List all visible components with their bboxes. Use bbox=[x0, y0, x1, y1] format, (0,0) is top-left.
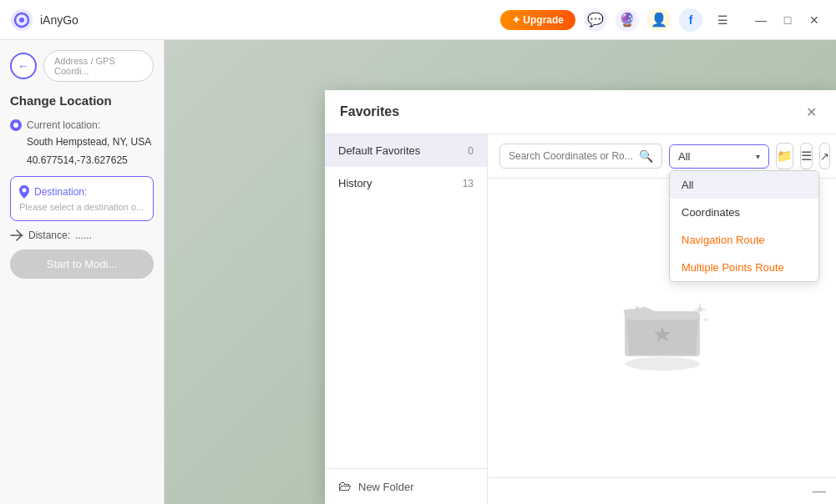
folder-icon: 📁 bbox=[777, 149, 793, 164]
title-bar: iAnyGo ✦ Upgrade 💬 🔮 👤 f ☰ — □ ✕ bbox=[0, 0, 836, 40]
current-location-label: Current location: bbox=[10, 119, 154, 131]
sidebar-item-default-favorites[interactable]: Default Favorites 0 bbox=[325, 134, 487, 167]
folder-view-button[interactable]: 📁 bbox=[776, 143, 793, 169]
location-dot bbox=[10, 119, 22, 131]
filter-current-value: All bbox=[678, 150, 690, 163]
start-modify-button[interactable]: Start to Modi... bbox=[10, 249, 154, 279]
default-favorites-label: Default Favorites bbox=[338, 144, 420, 157]
person-icon[interactable]: 👤 bbox=[647, 8, 671, 32]
empty-folder-icon bbox=[612, 285, 712, 372]
filter-option-multiple-points-route[interactable]: Multiple Points Route bbox=[670, 254, 818, 281]
menu-button[interactable]: ☰ bbox=[711, 8, 734, 32]
filter-option-coordinates[interactable]: Coordinates bbox=[670, 199, 818, 226]
modal-sidebar: Default Favorites 0 History 13 🗁 New Fol… bbox=[325, 134, 488, 504]
purple-icon[interactable]: 🔮 bbox=[616, 8, 639, 32]
list-view-button[interactable]: ☰ bbox=[800, 143, 813, 169]
modal-close-button[interactable]: ✕ bbox=[801, 102, 821, 122]
app-title: iAnyGo bbox=[40, 13, 79, 27]
filter-dropdown-wrapper: All ▾ All Coordinates Navigation Route M… bbox=[669, 144, 769, 169]
modal-body: Default Favorites 0 History 13 🗁 New Fol… bbox=[325, 134, 836, 504]
change-location-title: Change Location bbox=[10, 90, 154, 111]
facebook-icon[interactable]: f bbox=[679, 8, 702, 32]
sidebar: ← Address / GPS Coordi... Change Locatio… bbox=[0, 40, 165, 504]
address-search-bar[interactable]: Address / GPS Coordi... bbox=[43, 50, 154, 82]
close-button[interactable]: ✕ bbox=[803, 8, 826, 32]
filter-dropdown[interactable]: All ▾ bbox=[669, 144, 769, 169]
destination-box[interactable]: Destination: Please select a destination… bbox=[10, 176, 154, 221]
svg-point-5 bbox=[697, 307, 702, 312]
sidebar-item-history[interactable]: History 13 bbox=[325, 167, 487, 199]
new-folder-icon: 🗁 bbox=[338, 479, 352, 494]
minimize-button[interactable]: — bbox=[749, 8, 773, 32]
back-button[interactable]: ← bbox=[10, 53, 37, 79]
current-location-coords: 40.677514,-73.627625 bbox=[10, 153, 154, 168]
distance-icon bbox=[10, 229, 23, 241]
import-button[interactable]: ↗ bbox=[819, 143, 830, 169]
chevron-down-icon: ▾ bbox=[756, 152, 760, 161]
search-input[interactable] bbox=[509, 150, 634, 162]
new-folder-label: New Folder bbox=[358, 481, 413, 493]
filter-option-all[interactable]: All bbox=[670, 171, 818, 199]
svg-point-3 bbox=[625, 357, 700, 370]
search-icon: 🔍 bbox=[639, 149, 653, 163]
svg-point-6 bbox=[704, 318, 707, 321]
filter-dropdown-menu: All Coordinates Navigation Route Multipl… bbox=[669, 170, 819, 282]
footer-minimize-icon[interactable]: — bbox=[813, 484, 826, 499]
destination-placeholder: Please select a destination o... bbox=[19, 202, 144, 212]
import-icon: ↗ bbox=[820, 150, 829, 163]
destination-pin-icon bbox=[19, 185, 29, 199]
current-location-name: South Hempstead, NY, USA bbox=[10, 134, 154, 149]
search-placeholder-text: Address / GPS Coordi... bbox=[54, 56, 143, 76]
svg-point-2 bbox=[19, 18, 24, 23]
app-logo: iAnyGo bbox=[10, 8, 79, 32]
favorites-modal: Favorites ✕ Default Favorites 0 History … bbox=[325, 90, 836, 504]
history-count: 13 bbox=[463, 178, 474, 189]
svg-point-7 bbox=[635, 305, 639, 310]
discord-icon[interactable]: 💬 bbox=[584, 8, 607, 32]
new-folder-button[interactable]: 🗁 New Folder bbox=[325, 468, 487, 504]
window-controls: — □ ✕ bbox=[749, 8, 826, 32]
distance-row: Distance: ...... bbox=[10, 229, 154, 241]
history-label: History bbox=[338, 177, 372, 189]
modal-title: Favorites bbox=[340, 104, 399, 119]
filter-option-navigation-route[interactable]: Navigation Route bbox=[670, 226, 818, 254]
modal-content: 🔍 All ▾ All Coordinates bbox=[488, 134, 836, 504]
upgrade-button[interactable]: ✦ Upgrade bbox=[500, 10, 575, 30]
title-bar-actions: ✦ Upgrade 💬 🔮 👤 f ☰ — □ ✕ bbox=[500, 8, 826, 32]
destination-label: Destination: bbox=[19, 185, 144, 199]
search-field[interactable]: 🔍 bbox=[499, 144, 662, 169]
default-favorites-count: 0 bbox=[468, 145, 474, 157]
maximize-button[interactable]: □ bbox=[776, 8, 799, 32]
current-location-section: Current location: South Hempstead, NY, U… bbox=[10, 119, 154, 168]
map-area: Favorites ✕ Default Favorites 0 History … bbox=[165, 40, 836, 504]
app-logo-icon bbox=[10, 8, 33, 32]
modal-header: Favorites ✕ bbox=[325, 90, 836, 134]
modal-footer: — bbox=[488, 477, 836, 504]
main-area: ← Address / GPS Coordi... Change Locatio… bbox=[0, 40, 836, 504]
modal-toolbar: 🔍 All ▾ All Coordinates bbox=[488, 134, 836, 179]
list-icon: ☰ bbox=[801, 149, 812, 164]
